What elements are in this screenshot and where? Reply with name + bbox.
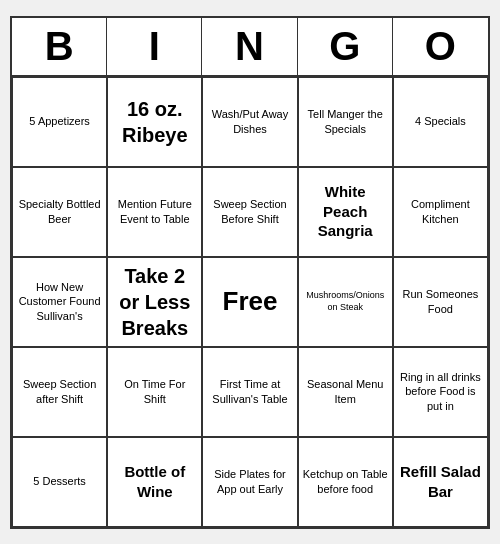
bingo-cell-text-9: Compliment Kitchen — [398, 197, 483, 226]
bingo-cell-0: 5 Appetizers — [12, 77, 107, 167]
bingo-card: BINGO 5 Appetizers16 oz. RibeyeWash/Put … — [10, 16, 490, 529]
bingo-cell-23: Ketchup on Table before food — [298, 437, 393, 527]
header-letter-g: G — [298, 18, 393, 75]
bingo-cell-text-13: Mushrooms/Onions on Steak — [303, 290, 388, 313]
bingo-cell-4: 4 Specials — [393, 77, 488, 167]
bingo-cell-text-14: Run Someones Food — [398, 287, 483, 316]
bingo-cell-8: White Peach Sangria — [298, 167, 393, 257]
bingo-cell-text-16: On Time For Shift — [112, 377, 197, 406]
bingo-cell-16: On Time For Shift — [107, 347, 202, 437]
header-letter-i: I — [107, 18, 202, 75]
bingo-cell-11: Take 2 or Less Breaks — [107, 257, 202, 347]
bingo-cell-text-23: Ketchup on Table before food — [303, 467, 388, 496]
bingo-cell-text-6: Mention Future Event to Table — [112, 197, 197, 226]
bingo-grid: 5 Appetizers16 oz. RibeyeWash/Put Away D… — [12, 77, 488, 527]
bingo-cell-text-18: Seasonal Menu Item — [303, 377, 388, 406]
bingo-cell-text-12: Free — [207, 285, 292, 319]
bingo-header: BINGO — [12, 18, 488, 77]
bingo-cell-19: Ring in all drinks before Food is put in — [393, 347, 488, 437]
bingo-cell-5: Specialty Bottled Beer — [12, 167, 107, 257]
bingo-cell-3: Tell Manger the Specials — [298, 77, 393, 167]
header-letter-n: N — [202, 18, 297, 75]
bingo-cell-text-0: 5 Appetizers — [17, 114, 102, 128]
bingo-cell-17: First Time at Sullivan's Table — [202, 347, 297, 437]
bingo-cell-text-8: White Peach Sangria — [303, 182, 388, 241]
bingo-cell-2: Wash/Put Away Dishes — [202, 77, 297, 167]
bingo-cell-14: Run Someones Food — [393, 257, 488, 347]
bingo-cell-24: Refill Salad Bar — [393, 437, 488, 527]
header-letter-o: O — [393, 18, 488, 75]
bingo-cell-text-3: Tell Manger the Specials — [303, 107, 388, 136]
bingo-cell-18: Seasonal Menu Item — [298, 347, 393, 437]
bingo-cell-text-19: Ring in all drinks before Food is put in — [398, 370, 483, 413]
bingo-cell-13: Mushrooms/Onions on Steak — [298, 257, 393, 347]
bingo-cell-text-21: Bottle of Wine — [112, 462, 197, 501]
bingo-cell-10: How New Customer Found Sullivan's — [12, 257, 107, 347]
bingo-cell-text-10: How New Customer Found Sullivan's — [17, 280, 102, 323]
bingo-cell-text-7: Sweep Section Before Shift — [207, 197, 292, 226]
bingo-cell-9: Compliment Kitchen — [393, 167, 488, 257]
bingo-cell-text-22: Side Plates for App out Early — [207, 467, 292, 496]
bingo-cell-6: Mention Future Event to Table — [107, 167, 202, 257]
bingo-cell-text-17: First Time at Sullivan's Table — [207, 377, 292, 406]
bingo-cell-text-4: 4 Specials — [398, 114, 483, 128]
bingo-cell-12: Free — [202, 257, 297, 347]
bingo-cell-22: Side Plates for App out Early — [202, 437, 297, 527]
bingo-cell-text-11: Take 2 or Less Breaks — [112, 263, 197, 341]
bingo-cell-text-24: Refill Salad Bar — [398, 462, 483, 501]
bingo-cell-text-20: 5 Desserts — [17, 474, 102, 488]
bingo-cell-text-1: 16 oz. Ribeye — [112, 96, 197, 148]
bingo-cell-20: 5 Desserts — [12, 437, 107, 527]
bingo-cell-text-5: Specialty Bottled Beer — [17, 197, 102, 226]
bingo-cell-7: Sweep Section Before Shift — [202, 167, 297, 257]
header-letter-b: B — [12, 18, 107, 75]
bingo-cell-15: Sweep Section after Shift — [12, 347, 107, 437]
bingo-cell-21: Bottle of Wine — [107, 437, 202, 527]
bingo-cell-text-2: Wash/Put Away Dishes — [207, 107, 292, 136]
bingo-cell-text-15: Sweep Section after Shift — [17, 377, 102, 406]
bingo-cell-1: 16 oz. Ribeye — [107, 77, 202, 167]
